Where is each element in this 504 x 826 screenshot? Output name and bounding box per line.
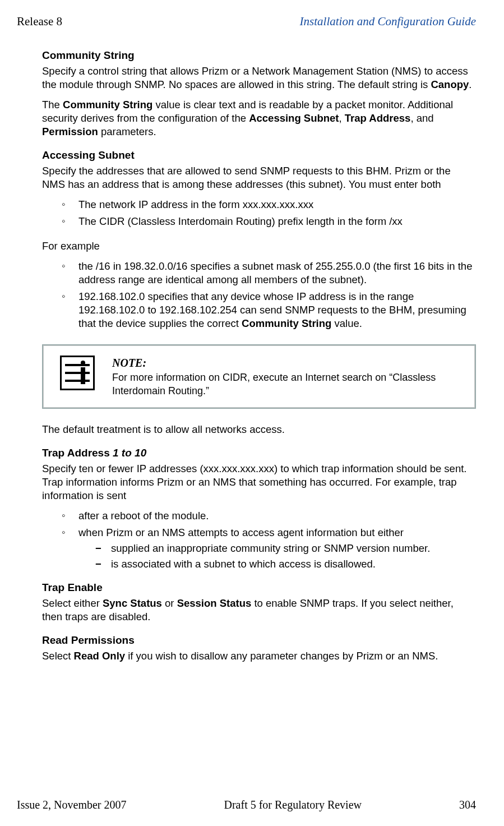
para-read-permissions: Select Read Only if you wish to disallow… (42, 649, 476, 663)
list-item: 192.168.102.0 specifies that any device … (62, 290, 476, 330)
heading-community-string: Community String (42, 49, 476, 63)
para-trap-enable: Select either Sync Status or Session Sta… (42, 597, 476, 624)
para-community-2: The Community String value is clear text… (42, 98, 476, 139)
heading-read-permissions: Read Permissions (42, 634, 476, 648)
info-icon (60, 356, 95, 390)
note-callout: NOTE: For more information on CIDR, exec… (42, 344, 476, 409)
heading-accessing-subnet: Accessing Subnet (42, 149, 476, 163)
list-item: The CIDR (Classless Interdomain Routing)… (62, 215, 476, 228)
list-subnet-inputs: The network IP address in the form xxx.x… (42, 198, 476, 228)
header-guide-title: Installation and Configuration Guide (300, 14, 476, 29)
heading-trap-enable: Trap Enable (42, 581, 476, 595)
note-title: NOTE: (112, 356, 465, 370)
heading-trap-address: Trap Address 1 to 10 (42, 446, 476, 460)
list-trap-sub: supplied an inappropriate community stri… (78, 542, 476, 571)
list-item: supplied an inappropriate community stri… (95, 542, 476, 555)
footer-draft: Draft 5 for Regulatory Review (224, 797, 362, 812)
footer-page-number: 304 (459, 797, 476, 812)
para-trap-1: Specify ten or fewer IP addresses (xxx.x… (42, 462, 476, 502)
list-item: after a reboot of the module. (62, 509, 476, 523)
list-item: when Prizm or an NMS attempts to access … (62, 526, 476, 571)
list-item: is associated with a subnet to which acc… (95, 557, 476, 571)
page-header: Release 8 Installation and Configuration… (17, 14, 476, 29)
note-text: NOTE: For more information on CIDR, exec… (101, 356, 465, 398)
para-default-treatment: The default treatment is to allow all ne… (42, 423, 476, 436)
list-trap: after a reboot of the module. when Prizm… (42, 509, 476, 571)
note-icon-container (53, 356, 101, 390)
main-content: Community String Specify a control strin… (17, 49, 476, 662)
list-item: the /16 in 198.32.0.0/16 specifies a sub… (62, 260, 476, 287)
note-body: For more information on CIDR, execute an… (112, 372, 436, 396)
page-footer: Issue 2, November 2007 Draft 5 for Regul… (17, 797, 476, 812)
para-community-1: Specify a control string that allows Pri… (42, 64, 476, 91)
header-release: Release 8 (17, 14, 62, 29)
para-subnet-1: Specify the addresses that are allowed t… (42, 164, 476, 191)
list-subnet-example: the /16 in 198.32.0.0/16 specifies a sub… (42, 260, 476, 330)
footer-issue: Issue 2, November 2007 (17, 797, 127, 812)
para-for-example: For example (42, 239, 476, 253)
list-item: The network IP address in the form xxx.x… (62, 198, 476, 211)
